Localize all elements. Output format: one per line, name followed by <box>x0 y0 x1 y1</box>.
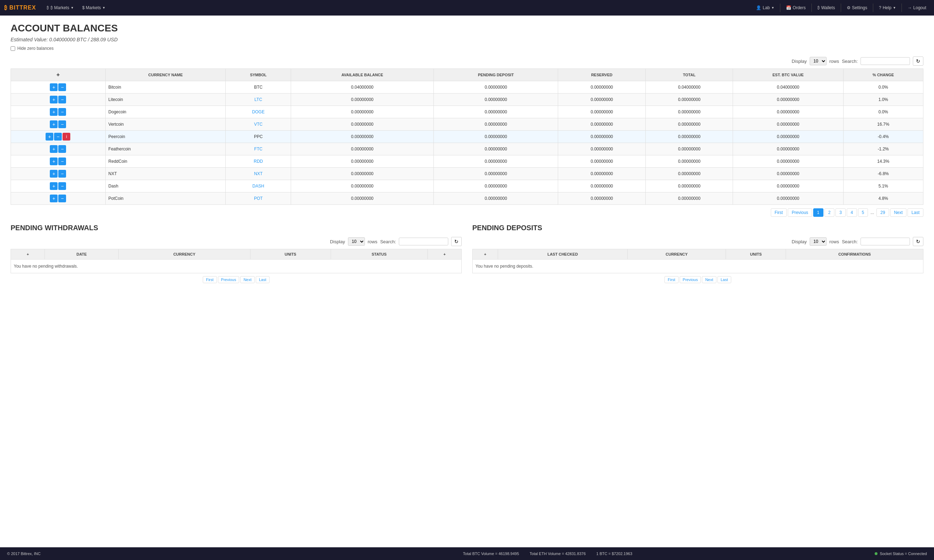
deposit-button[interactable]: + <box>50 120 58 128</box>
page-5-button[interactable]: 5 <box>858 208 868 217</box>
symbol-link[interactable]: POT <box>254 196 263 201</box>
nav-wallets[interactable]: ₿ Wallets <box>814 3 838 12</box>
withdraw-button[interactable]: − <box>58 182 66 190</box>
deposit-button[interactable]: + <box>50 182 58 190</box>
withdraw-button[interactable]: − <box>58 83 66 91</box>
w-first-button[interactable]: First <box>203 276 217 283</box>
w-last-button[interactable]: Last <box>256 276 270 283</box>
withdraw-button[interactable]: − <box>58 96 66 103</box>
deposits-empty: You have no pending deposits. <box>472 260 923 273</box>
w-rows-label: rows <box>368 239 377 244</box>
symbol-link[interactable]: LTC <box>254 97 262 102</box>
d-rows-label: rows <box>829 239 839 244</box>
w-previous-button[interactable]: Previous <box>218 276 239 283</box>
deposit-button[interactable]: + <box>50 96 58 103</box>
withdraw-button[interactable]: − <box>58 170 66 178</box>
row-actions-cell: +−i <box>11 131 106 143</box>
d-search-input[interactable] <box>860 238 910 245</box>
withdraw-button[interactable]: − <box>58 157 66 165</box>
symbol-link[interactable]: FTC <box>254 146 262 151</box>
change-cell: 0.0% <box>843 106 923 118</box>
w-next-button[interactable]: Next <box>240 276 255 283</box>
d-col-last-checked: LAST CHECKED <box>498 249 627 260</box>
reserved-cell: 0.00000000 <box>558 106 646 118</box>
d-first-button[interactable]: First <box>664 276 678 283</box>
nav-help[interactable]: ? Help ▼ <box>875 3 899 12</box>
display-rows-select[interactable]: 10 25 50 <box>810 57 827 65</box>
settings-label: Settings <box>852 5 867 10</box>
symbol-link[interactable]: VTC <box>254 122 262 127</box>
deposit-button[interactable]: + <box>50 108 58 116</box>
w-col-date: DATE <box>45 249 119 260</box>
withdraw-button[interactable]: − <box>58 195 66 202</box>
d-refresh-button[interactable]: ↻ <box>913 237 923 246</box>
page-previous-button[interactable]: Previous <box>788 208 812 217</box>
balances-pagination: First Previous 1 2 3 4 5 ... 29 Next Las… <box>11 208 923 217</box>
chevron-down-icon: ▼ <box>893 6 896 9</box>
pagination-dots: ... <box>869 209 875 217</box>
page-3-button[interactable]: 3 <box>835 208 846 217</box>
d-search-label: Search: <box>842 239 858 244</box>
total-cell: 0.04000000 <box>646 81 733 94</box>
change-cell: -1.2% <box>843 143 923 155</box>
page-first-button[interactable]: First <box>771 208 787 217</box>
nav-usd-markets[interactable]: $ Markets ▼ <box>79 3 109 12</box>
currency-name-cell: Dash <box>105 180 225 192</box>
currency-symbol-cell: RDD <box>226 155 291 168</box>
refresh-button[interactable]: ↻ <box>913 57 923 66</box>
withdraw-button[interactable]: − <box>58 108 66 116</box>
reserved-cell: 0.00000000 <box>558 143 646 155</box>
page-4-button[interactable]: 4 <box>847 208 857 217</box>
logo[interactable]: ₿ BITTREX <box>4 5 36 11</box>
d-previous-button[interactable]: Previous <box>680 276 701 283</box>
info-button[interactable]: i <box>63 133 70 140</box>
change-cell: -6.8% <box>843 168 923 180</box>
currency-name-cell: Peercoin <box>105 131 225 143</box>
deposit-button[interactable]: + <box>50 157 58 165</box>
nav-btc-markets[interactable]: ₿ ₿ Markets ▼ <box>43 3 77 12</box>
deposit-button[interactable]: + <box>50 83 58 91</box>
deposit-button[interactable]: + <box>50 195 58 202</box>
available-balance-cell: 0.04000000 <box>291 81 434 94</box>
page-1-button[interactable]: 1 <box>813 208 823 217</box>
withdraw-button[interactable]: − <box>58 145 66 153</box>
deposit-button[interactable]: + <box>46 133 53 140</box>
search-input[interactable] <box>860 57 910 65</box>
available-balance-cell: 0.00000000 <box>291 168 434 180</box>
w-display-select[interactable]: 10 25 50 <box>348 237 365 246</box>
w-col-status: STATUS <box>331 249 427 260</box>
eth-volume: Total ETH Volume = 42831.8376 <box>530 552 586 556</box>
change-cell: 16.7% <box>843 118 923 131</box>
page-next-button[interactable]: Next <box>890 208 907 217</box>
symbol-link[interactable]: RDD <box>254 159 263 164</box>
hide-zero-checkbox[interactable] <box>11 46 15 51</box>
d-display-select[interactable]: 10 25 50 <box>810 237 827 246</box>
deposit-button[interactable]: + <box>50 145 58 153</box>
plus-icon[interactable]: + <box>57 72 60 78</box>
nav-settings[interactable]: ⚙ Settings <box>843 3 871 12</box>
total-cell: 0.00000000 <box>646 180 733 192</box>
available-balance-cell: 0.00000000 <box>291 155 434 168</box>
usd-markets-label: $ Markets <box>82 5 101 10</box>
w-search-input[interactable] <box>399 238 448 245</box>
deposit-button[interactable]: + <box>50 170 58 178</box>
page-last-button[interactable]: Last <box>908 208 923 217</box>
symbol-link[interactable]: DASH <box>253 184 264 189</box>
col-pending-deposit: PENDING DEPOSIT <box>433 69 558 81</box>
available-balance-cell: 0.00000000 <box>291 118 434 131</box>
page-2-button[interactable]: 2 <box>825 208 835 217</box>
w-refresh-button[interactable]: ↻ <box>451 237 462 246</box>
page-29-button[interactable]: 29 <box>876 208 889 217</box>
btc-icon: ₿ <box>47 5 49 10</box>
withdraw-button[interactable]: − <box>54 133 62 140</box>
withdraw-button[interactable]: − <box>58 120 66 128</box>
symbol-link[interactable]: NXT <box>254 171 262 176</box>
d-last-button[interactable]: Last <box>717 276 731 283</box>
nav-logout[interactable]: → Logout <box>904 3 930 12</box>
wallet-icon: ₿ <box>817 5 820 10</box>
nav-lab[interactable]: 👤 Lab ▼ <box>752 3 778 12</box>
nav-orders[interactable]: 📅 Orders <box>783 3 809 12</box>
currency-name-cell: Feathercoin <box>105 143 225 155</box>
d-next-button[interactable]: Next <box>702 276 717 283</box>
symbol-link[interactable]: DOGE <box>252 109 265 114</box>
